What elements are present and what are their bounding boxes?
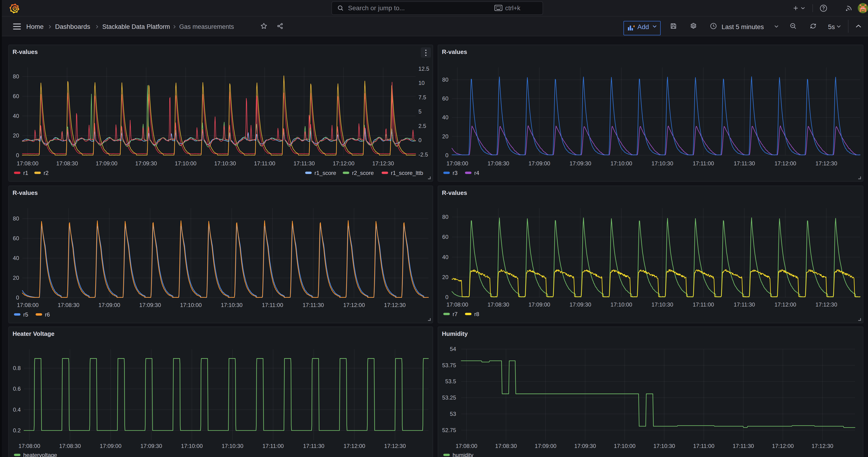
- svg-text:5: 5: [418, 109, 422, 115]
- svg-text:17:11:30: 17:11:30: [293, 160, 315, 166]
- svg-text:17:11:00: 17:11:00: [693, 160, 714, 166]
- svg-text:17:12:00: 17:12:00: [333, 160, 354, 166]
- svg-text:17:10:00: 17:10:00: [614, 443, 635, 449]
- svg-text:r8: r8: [474, 311, 479, 317]
- svg-text:54: 54: [450, 346, 456, 352]
- svg-text:17:10:30: 17:10:30: [214, 160, 236, 166]
- svg-text:17:12:30: 17:12:30: [384, 443, 406, 449]
- svg-text:r1_score_lttb: r1_score_lttb: [391, 170, 423, 176]
- svg-text:17:10:30: 17:10:30: [652, 160, 673, 166]
- svg-text:17:11:00: 17:11:00: [693, 301, 714, 308]
- svg-text:-2.5: -2.5: [418, 151, 428, 158]
- svg-text:17:09:00: 17:09:00: [528, 301, 550, 308]
- svg-text:R-values: R-values: [442, 189, 467, 196]
- svg-text:40: 40: [13, 255, 19, 261]
- svg-text:17:08:00: 17:08:00: [456, 443, 477, 449]
- svg-text:20: 20: [13, 275, 19, 281]
- svg-text:17:12:00: 17:12:00: [344, 443, 365, 449]
- svg-text:17:09:30: 17:09:30: [569, 160, 591, 166]
- svg-text:40: 40: [442, 254, 448, 260]
- svg-text:17:11:00: 17:11:00: [254, 160, 275, 166]
- svg-text:17:10:00: 17:10:00: [611, 160, 632, 166]
- svg-text:17:10:30: 17:10:30: [653, 443, 675, 449]
- svg-text:Heater Voltage: Heater Voltage: [12, 330, 54, 337]
- svg-text:17:08:30: 17:08:30: [59, 443, 81, 449]
- svg-text:r6: r6: [45, 311, 50, 318]
- svg-text:0.2: 0.2: [13, 427, 21, 433]
- svg-text:17:12:30: 17:12:30: [372, 160, 394, 166]
- svg-text:53: 53: [450, 411, 456, 417]
- svg-text:52.75: 52.75: [442, 427, 456, 433]
- svg-text:7.5: 7.5: [418, 94, 426, 100]
- svg-text:17:08:30: 17:08:30: [495, 443, 517, 449]
- svg-text:12.5: 12.5: [418, 66, 429, 72]
- svg-text:2.5: 2.5: [418, 123, 426, 129]
- svg-text:0.6: 0.6: [13, 386, 21, 392]
- svg-text:17:08:00: 17:08:00: [446, 160, 468, 166]
- svg-text:17:10:30: 17:10:30: [652, 301, 673, 308]
- svg-text:17:11:30: 17:11:30: [734, 160, 755, 166]
- svg-text:R-values: R-values: [12, 189, 38, 196]
- svg-text:17:10:30: 17:10:30: [221, 443, 243, 449]
- svg-text:17:11:30: 17:11:30: [734, 301, 755, 308]
- svg-text:r4: r4: [474, 170, 479, 176]
- svg-text:r5: r5: [23, 311, 28, 318]
- svg-text:80: 80: [442, 214, 448, 220]
- svg-text:humidity: humidity: [453, 452, 473, 457]
- svg-text:17:12:00: 17:12:00: [772, 443, 794, 449]
- svg-text:r1_score: r1_score: [314, 170, 336, 176]
- svg-text:heatervoltage: heatervoltage: [23, 452, 57, 457]
- svg-text:0: 0: [445, 294, 448, 300]
- svg-text:17:12:30: 17:12:30: [815, 301, 837, 308]
- svg-text:17:08:00: 17:08:00: [19, 443, 40, 449]
- svg-text:17:09:00: 17:09:00: [96, 160, 117, 166]
- svg-text:53.25: 53.25: [442, 394, 456, 401]
- svg-text:17:09:30: 17:09:30: [569, 301, 591, 308]
- svg-text:R-values: R-values: [12, 49, 38, 55]
- svg-text:r7: r7: [453, 311, 458, 317]
- svg-text:0: 0: [16, 295, 19, 301]
- svg-text:17:09:30: 17:09:30: [141, 443, 162, 449]
- svg-text:r1: r1: [23, 170, 28, 176]
- svg-text:17:12:00: 17:12:00: [775, 301, 796, 308]
- svg-text:60: 60: [442, 95, 448, 102]
- svg-text:17:08:30: 17:08:30: [56, 160, 78, 166]
- svg-text:Humidity: Humidity: [442, 330, 468, 337]
- svg-text:r2: r2: [44, 170, 49, 176]
- svg-text:80: 80: [442, 77, 448, 83]
- svg-text:17:11:30: 17:11:30: [733, 443, 754, 449]
- svg-text:17:11:30: 17:11:30: [303, 302, 324, 308]
- svg-text:17:09:30: 17:09:30: [139, 302, 161, 308]
- svg-text:17:10:00: 17:10:00: [611, 301, 632, 308]
- svg-text:17:09:00: 17:09:00: [100, 443, 121, 449]
- svg-text:17:10:00: 17:10:00: [175, 160, 196, 166]
- svg-text:17:12:30: 17:12:30: [811, 443, 833, 449]
- svg-text:17:08:00: 17:08:00: [446, 301, 468, 308]
- svg-text:17:08:30: 17:08:30: [488, 301, 509, 308]
- svg-text:17:09:30: 17:09:30: [135, 160, 157, 166]
- svg-text:17:12:30: 17:12:30: [815, 160, 837, 166]
- svg-text:53.5: 53.5: [445, 378, 456, 385]
- svg-text:17:11:30: 17:11:30: [303, 443, 324, 449]
- svg-text:40: 40: [13, 113, 19, 119]
- svg-text:17:12:30: 17:12:30: [384, 302, 406, 308]
- svg-text:17:09:00: 17:09:00: [528, 160, 550, 166]
- svg-text:17:10:30: 17:10:30: [221, 302, 243, 308]
- svg-text:17:08:00: 17:08:00: [17, 302, 39, 308]
- svg-text:17:09:30: 17:09:30: [574, 443, 596, 449]
- svg-text:80: 80: [13, 215, 19, 222]
- svg-text:80: 80: [13, 73, 19, 80]
- svg-text:R-values: R-values: [442, 49, 467, 55]
- svg-text:60: 60: [13, 235, 19, 241]
- svg-text:0.4: 0.4: [13, 406, 21, 413]
- svg-text:17:11:00: 17:11:00: [262, 443, 284, 449]
- svg-text:0.8: 0.8: [13, 365, 21, 371]
- svg-text:0: 0: [16, 152, 19, 158]
- svg-text:20: 20: [13, 132, 19, 139]
- svg-text:0: 0: [445, 152, 448, 158]
- svg-text:17:11:00: 17:11:00: [262, 302, 283, 308]
- svg-text:60: 60: [442, 234, 448, 240]
- svg-text:17:08:30: 17:08:30: [58, 302, 79, 308]
- svg-text:r3: r3: [453, 170, 458, 176]
- svg-text:17:10:00: 17:10:00: [180, 302, 202, 308]
